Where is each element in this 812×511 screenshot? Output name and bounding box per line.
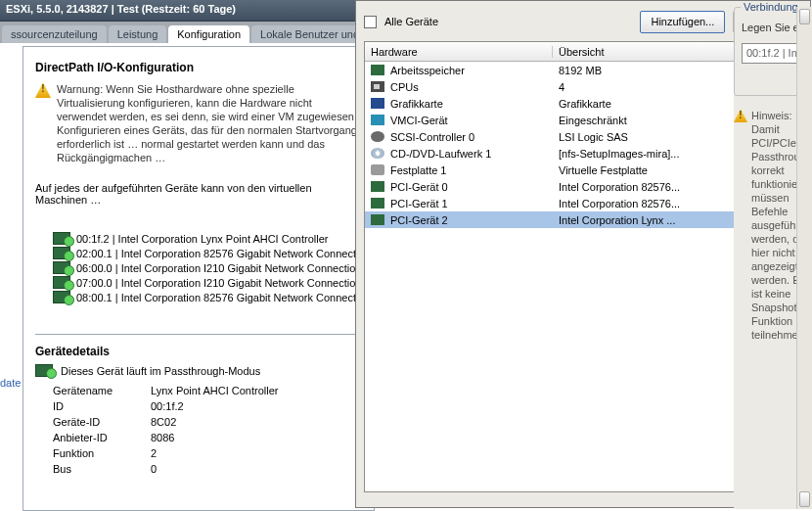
pci-device-row[interactable]: 00:1f.2 | Intel Corporation Lynx Point A…	[35, 231, 362, 246]
connection-panel: Verbindung Legen Sie ein physisches Gerä…	[734, 7, 812, 509]
pci-device-label: 08:00.1 | Intel Corporation 82576 Gigabi…	[76, 292, 371, 303]
pci-device-label: 02:00.1 | Intel Corporation 82576 Gigabi…	[76, 248, 371, 259]
all-devices-checkbox[interactable]	[364, 16, 377, 28]
hw-name: PCI-Gerät 2	[390, 214, 448, 226]
pci-icon	[35, 364, 55, 377]
hw-icon	[371, 131, 384, 142]
pci-device-row[interactable]: 02:00.1 | Intel Corporation 82576 Gigabi…	[35, 246, 362, 260]
warning-icon	[734, 109, 747, 122]
pci-icon	[53, 276, 72, 289]
tab-strip: ssourcenzuteilung Leistung Konfiguration…	[0, 22, 375, 43]
hw-name: PCI-Gerät 1	[390, 198, 448, 209]
hw-icon	[371, 115, 384, 125]
hw-icon	[371, 81, 384, 92]
connection-legend: Verbindung	[741, 1, 801, 13]
hw-name: VMCI-Gerät	[390, 115, 448, 126]
label-id: ID	[53, 400, 151, 412]
warning-text: Warnung: Wenn Sie Hosthardware ohne spez…	[57, 82, 362, 164]
host-summary-bar: ESXi, 5.5.0, 2143827 | Test (Restzeit: 6…	[0, 0, 375, 22]
device-details-title: Gerätedetails	[35, 345, 362, 358]
hw-icon	[371, 148, 384, 159]
pci-device-row[interactable]: 08:00.1 | Intel Corporation 82576 Gigabi…	[35, 290, 362, 304]
add-button[interactable]: Hinzufügen...	[640, 11, 725, 33]
pci-device-row[interactable]: 06:00.0 | Intel Corporation I210 Gigabit…	[35, 260, 362, 275]
hw-icon	[371, 164, 384, 175]
left-link-fragment[interactable]: datei	[0, 377, 22, 400]
hw-name: CD-/DVD-Laufwerk 1	[390, 148, 491, 160]
device-details-grid: GerätenameLynx Point AHCI Controller ID0…	[35, 385, 362, 475]
section-title: DirectPath I/O-Konfiguration	[35, 61, 362, 74]
hw-name: Arbeitsspeicher	[390, 65, 465, 76]
tab-performance[interactable]: Leistung	[109, 25, 167, 43]
config-pane: DirectPath I/O-Konfiguration Warnung: We…	[23, 46, 375, 511]
label-name: Gerätename	[53, 385, 151, 396]
label-devid: Geräte-ID	[53, 416, 151, 428]
hw-icon	[371, 198, 384, 209]
scrollbar[interactable]	[796, 7, 812, 509]
pci-device-label: 06:00.0 | Intel Corporation I210 Gigabit…	[76, 262, 361, 274]
tab-resource[interactable]: ssourcenzuteilung	[2, 25, 107, 43]
all-devices-label: Alle Geräte	[384, 16, 438, 27]
tab-configuration[interactable]: Konfiguration	[168, 25, 249, 43]
pci-device-label: 07:00.0 | Intel Corporation I210 Gigabit…	[76, 277, 361, 289]
hw-icon	[371, 65, 384, 75]
intro-text: Auf jedes der aufgeführten Geräte kann v…	[35, 182, 362, 206]
hw-name: CPUs	[390, 81, 419, 93]
pci-icon	[53, 232, 72, 245]
pci-icon	[53, 291, 72, 303]
pci-icon	[53, 261, 72, 274]
label-bus: Bus	[53, 463, 151, 475]
value-devid: 8C02	[151, 416, 362, 428]
hw-icon	[371, 98, 384, 109]
hw-icon	[371, 181, 384, 192]
value-name: Lynx Point AHCI Controller	[151, 385, 362, 396]
hw-name: SCSI-Controller 0	[390, 131, 474, 143]
pci-device-row[interactable]: 07:00.0 | Intel Corporation I210 Gigabit…	[35, 275, 362, 290]
label-func: Funktion	[53, 447, 151, 459]
value-bus: 0	[151, 463, 362, 475]
hw-icon	[371, 214, 384, 225]
label-venid: Anbieter-ID	[53, 432, 151, 443]
passthrough-device-list[interactable]: 00:1f.2 | Intel Corporation Lynx Point A…	[35, 225, 362, 335]
col-hardware[interactable]: Hardware	[365, 46, 553, 58]
value-id: 00:1f.2	[151, 400, 362, 412]
hw-name: Festplatte 1	[390, 164, 446, 176]
hw-name: PCI-Gerät 0	[390, 181, 448, 193]
pci-icon	[53, 247, 72, 259]
warning-icon	[35, 82, 51, 98]
value-venid: 8086	[151, 432, 362, 443]
pci-device-label: 00:1f.2 | Intel Corporation Lynx Point A…	[76, 233, 328, 245]
hw-name: Grafikkarte	[390, 98, 443, 110]
value-func: 2	[151, 447, 362, 459]
passthrough-status: Dieses Gerät läuft im Passthrough-Modus	[61, 365, 260, 377]
